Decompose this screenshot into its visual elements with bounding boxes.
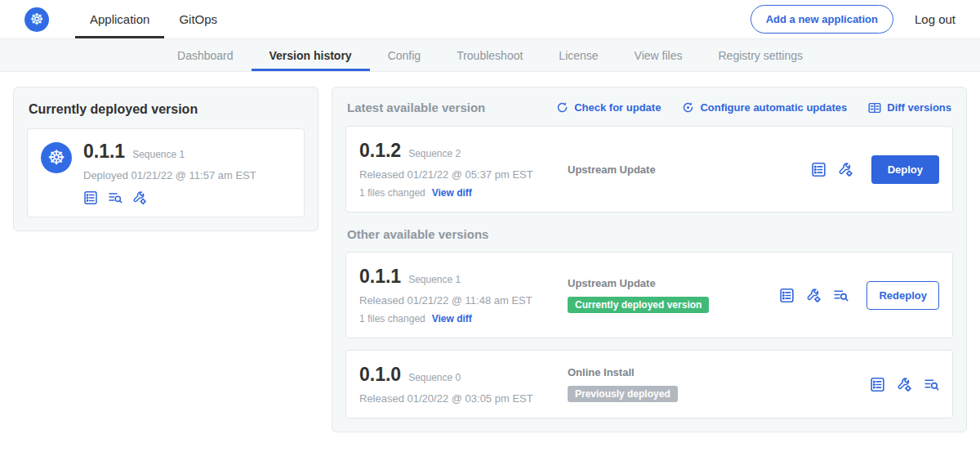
config-icon[interactable] — [132, 190, 147, 205]
sequence-label: Sequence 1 — [408, 274, 461, 285]
deployed-sequence-label: Sequence 1 — [132, 149, 185, 160]
logout-button[interactable]: Log out — [915, 12, 956, 26]
released-date: Released 01/20/22 @ 03:05 pm EST — [359, 392, 568, 405]
sequence-label: Sequence 2 — [408, 148, 461, 159]
top-navigation-bar: ☸ Application GitOps Add a new applicati… — [0, 0, 980, 39]
subnav-item-version-history[interactable]: Version history — [252, 39, 370, 71]
main-content: Currently deployed version ☸ 0.1.1 Seque… — [0, 72, 980, 447]
config-icon[interactable] — [806, 288, 822, 303]
version-number: 0.1.2 — [359, 140, 401, 162]
latest-available-title: Latest available version — [347, 101, 485, 114]
files-changed-label: 1 files changed — [359, 313, 425, 324]
subnav-item-troubleshoot[interactable]: Troubleshoot — [439, 39, 541, 71]
subnav-item-license[interactable]: License — [541, 39, 616, 71]
tab-gitops[interactable]: GitOps — [164, 0, 232, 38]
add-new-application-button[interactable]: Add a new application — [751, 5, 893, 34]
version-source-label: Upstream Update — [568, 163, 760, 176]
deployed-version-number: 0.1.1 — [83, 141, 125, 163]
deploy-button[interactable]: Deploy — [871, 155, 939, 184]
subnav-item-config[interactable]: Config — [370, 39, 439, 71]
diff-icon[interactable] — [108, 190, 122, 205]
subnav-item-view-files[interactable]: View files — [617, 39, 701, 71]
configure-automatic-updates-label: Configure automatic updates — [700, 101, 847, 114]
app-subnav: Dashboard Version history Config Trouble… — [0, 39, 980, 72]
currently-deployed-panel: Currently deployed version ☸ 0.1.1 Seque… — [13, 87, 318, 231]
view-diff-link[interactable]: View diff — [432, 313, 472, 324]
refresh-icon — [556, 101, 568, 114]
diff-versions-label: Diff versions — [887, 101, 951, 114]
auto-update-icon — [682, 101, 694, 114]
configure-automatic-updates-link[interactable]: Configure automatic updates — [682, 101, 847, 114]
available-versions-panel: Latest available version Check for updat… — [332, 87, 967, 432]
release-notes-icon[interactable] — [870, 377, 885, 392]
previously-deployed-badge: Previously deployed — [568, 386, 678, 402]
subnav-item-dashboard[interactable]: Dashboard — [159, 39, 252, 71]
currently-deployed-badge: Currently deployed version — [568, 297, 709, 313]
version-source-label: Upstream Update — [568, 277, 760, 289]
check-for-update-label: Check for update — [574, 101, 661, 114]
version-number: 0.1.0 — [359, 364, 401, 386]
version-source-label: Online Install — [568, 366, 760, 378]
release-notes-icon[interactable] — [83, 190, 98, 205]
files-changed-label: 1 files changed — [359, 187, 425, 199]
view-diff-link[interactable]: View diff — [432, 187, 472, 199]
check-for-update-link[interactable]: Check for update — [556, 101, 661, 114]
diff-versions-icon — [868, 101, 881, 114]
version-card-010: 0.1.0 Sequence 0 Released 01/20/22 @ 03:… — [345, 350, 953, 418]
currently-deployed-title: Currently deployed version — [29, 102, 305, 117]
deployed-date: Deployed 01/21/22 @ 11:57 am EST — [83, 169, 256, 181]
release-notes-icon[interactable] — [779, 288, 795, 303]
released-date: Released 01/21/22 @ 11:48 am EST — [359, 294, 568, 307]
version-card-011: 0.1.1 Sequence 1 Released 01/21/22 @ 11:… — [345, 252, 953, 338]
latest-version-card: 0.1.2 Sequence 2 Released 01/21/22 @ 05:… — [345, 126, 953, 213]
kubernetes-logo-icon: ☸ — [24, 7, 49, 32]
other-versions-title: Other available versions — [347, 227, 951, 241]
version-number: 0.1.1 — [359, 266, 401, 288]
redeploy-button[interactable]: Redeploy — [866, 281, 939, 310]
diff-icon[interactable] — [833, 288, 849, 303]
tab-application[interactable]: Application — [75, 0, 164, 38]
diff-icon[interactable] — [924, 377, 939, 392]
subnav-item-registry-settings[interactable]: Registry settings — [701, 39, 821, 71]
config-icon[interactable] — [897, 377, 912, 392]
released-date: Released 01/21/22 @ 05:37 pm EST — [359, 168, 568, 181]
app-icon: ☸ — [41, 142, 72, 173]
sequence-label: Sequence 0 — [408, 372, 461, 383]
config-icon[interactable] — [838, 162, 853, 177]
deployed-version-card: ☸ 0.1.1 Sequence 1 Deployed 01/21/22 @ 1… — [27, 128, 305, 217]
diff-versions-link[interactable]: Diff versions — [868, 101, 951, 114]
release-notes-icon[interactable] — [811, 162, 826, 177]
